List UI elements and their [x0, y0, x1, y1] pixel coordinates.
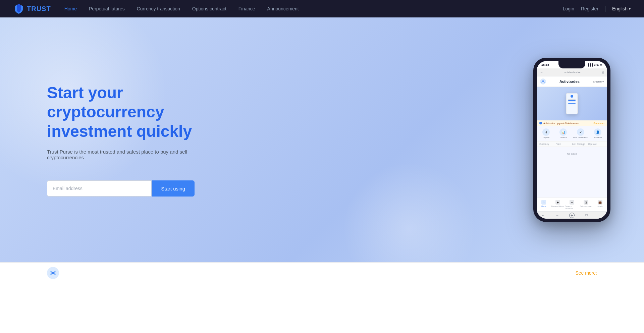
notif-text: Activtrades Upgrade Maintenance: [543, 122, 579, 124]
notif-see-more[interactable]: See more›: [593, 122, 604, 124]
chevron-down-icon: ▾: [629, 7, 631, 11]
options-icon: ◎: [584, 200, 588, 205]
finance-icon: 📊: [559, 128, 567, 136]
col-price: Price: [556, 143, 572, 145]
share-icon: ⎙: [602, 71, 604, 74]
navbar: TRUST Home Perpetual futures Currency tr…: [0, 0, 644, 17]
mini-phone: [566, 93, 578, 114]
broadcast-icon: [50, 270, 56, 276]
language-label: English: [612, 6, 628, 11]
browser-tabs-icon[interactable]: □: [584, 213, 589, 218]
nav-assets-label: Assets: [597, 205, 602, 207]
nav-options-item[interactable]: ◎ Options contract: [579, 200, 593, 209]
col-operate: Operate: [588, 143, 605, 145]
app-icon-about[interactable]: 👤 About Us: [590, 128, 606, 138]
app-icons-grid: ⬇ Deposit 📊 Finance ✓ MSB certification …: [537, 126, 607, 141]
status-indicators: ▐▐▐ LTE ▭: [587, 63, 602, 66]
notif-dot: [539, 122, 542, 124]
app-icon-finance[interactable]: 📊 Finance: [555, 128, 572, 138]
browser-menu-icon[interactable]: ⋯: [598, 213, 603, 218]
no-data-message: No Data: [537, 147, 607, 161]
nav-home[interactable]: Home: [64, 6, 77, 11]
nav-perpetual-label: Perpetual futures: [551, 205, 564, 207]
battery-icon: ▭: [600, 63, 602, 66]
hero-section: Start your cryptocurrency investment qui…: [0, 17, 644, 262]
nav-currency-item[interactable]: ↔ Currency transaction: [565, 200, 579, 209]
home-icon: ⌂: [541, 200, 546, 205]
language-selector[interactable]: English ▾: [612, 6, 631, 11]
nav-links: Home Perpetual futures Currency transact…: [64, 6, 563, 11]
email-input[interactable]: [47, 180, 152, 197]
hero-subtitle: Trust Purse is the most trusted and safe…: [47, 149, 208, 160]
app-header: Activtrades English ▾: [537, 76, 607, 87]
logo-icon: [13, 3, 24, 14]
nav-assets-item[interactable]: 💼 Assets: [593, 200, 607, 209]
hero-title: Start your cryptocurrency investment qui…: [47, 83, 235, 141]
nav-currency-label: Currency transaction: [565, 205, 579, 209]
nav-currency[interactable]: Currency transaction: [137, 6, 180, 11]
signal-bars-icon: ▐▐▐: [587, 63, 593, 66]
app-notification: Activtrades Upgrade Maintenance See more…: [537, 120, 607, 126]
nav-perpetual-item[interactable]: ◈ Perpetual futures: [551, 200, 565, 209]
col-currency: Currency: [539, 143, 556, 145]
browser-add-icon[interactable]: +: [569, 213, 575, 218]
phone-browser-bottom: ← → + □ ⋯: [537, 211, 607, 219]
hero-content: Start your cryptocurrency investment qui…: [47, 83, 597, 197]
phone-mockup: 15:38 ▐▐▐ LTE ▭ ← activtrades.top ⎙: [533, 58, 610, 222]
logo-text: TRUST: [27, 5, 51, 13]
app-title: Activtrades: [559, 79, 580, 84]
assets-icon: 💼: [598, 200, 602, 205]
app-bottom-nav: ⌂ Home ◈ Perpetual futures ↔ Currency tr…: [537, 198, 607, 211]
app-icon-deposit[interactable]: ⬇ Deposit: [538, 128, 554, 138]
ticker-content: [66, 263, 575, 283]
mini-line-blue-2: [568, 103, 576, 104]
mini-line-2: [568, 102, 576, 102]
finance-label: Finance: [560, 136, 567, 138]
nav-right: Login Register English ▾: [563, 6, 631, 12]
lte-label: LTE: [594, 63, 599, 66]
phone-notch: [558, 61, 585, 68]
mini-line-blue: [568, 100, 576, 101]
nav-announcement[interactable]: Announcement: [267, 6, 299, 11]
mini-circle: [571, 95, 573, 98]
mini-phone-screen: [567, 94, 577, 114]
svg-point-1: [52, 272, 54, 274]
about-icon: 👤: [594, 128, 601, 136]
nav-home-label: Home: [541, 205, 546, 207]
nav-home-item[interactable]: ⌂ Home: [537, 200, 551, 209]
currency-icon: ↔: [570, 200, 574, 205]
register-button[interactable]: Register: [581, 6, 598, 11]
nav-perpetual[interactable]: Perpetual futures: [89, 6, 125, 11]
msb-label: MSB certification: [573, 136, 588, 138]
browser-forward-icon[interactable]: →: [555, 213, 560, 218]
browser-back-icon[interactable]: ←: [541, 213, 545, 218]
col-change: 24H Change: [572, 143, 588, 145]
start-using-button[interactable]: Start using: [152, 180, 195, 197]
deposit-icon: ⬇: [542, 128, 550, 136]
app-icon-msb[interactable]: ✓ MSB certification: [573, 128, 589, 138]
nav-divider: [605, 6, 605, 12]
about-label: About Us: [594, 136, 602, 138]
chevron-down-icon: ▾: [602, 80, 604, 83]
mini-line: [568, 99, 576, 100]
app-table-header: Currency Price 24H Change Operate: [537, 141, 607, 147]
ticker-icon: [47, 267, 59, 279]
nav-options-label: Options contract: [580, 205, 592, 207]
app-lang: English ▾: [593, 80, 604, 83]
phone-browser-bar: ← activtrades.top ⎙: [537, 68, 607, 76]
login-button[interactable]: Login: [563, 6, 574, 11]
phone-screen: 15:38 ▐▐▐ LTE ▭ ← activtrades.top ⎙: [537, 61, 607, 219]
phone-url: activtrades.top: [543, 71, 602, 74]
phone-outer: 15:38 ▐▐▐ LTE ▭ ← activtrades.top ⎙: [533, 58, 610, 222]
logo[interactable]: TRUST: [13, 3, 51, 14]
back-icon: ←: [540, 71, 543, 74]
perpetual-icon: ◈: [555, 200, 560, 205]
phone-time: 15:38: [541, 63, 549, 66]
nav-finance[interactable]: Finance: [238, 6, 255, 11]
nav-options[interactable]: Options contract: [192, 6, 226, 11]
app-banner: [537, 87, 607, 120]
ticker-see-more[interactable]: See more:: [575, 270, 597, 276]
notif-left: Activtrades Upgrade Maintenance: [539, 122, 579, 124]
msb-icon: ✓: [577, 128, 584, 136]
hero-form: Start using: [47, 180, 195, 197]
